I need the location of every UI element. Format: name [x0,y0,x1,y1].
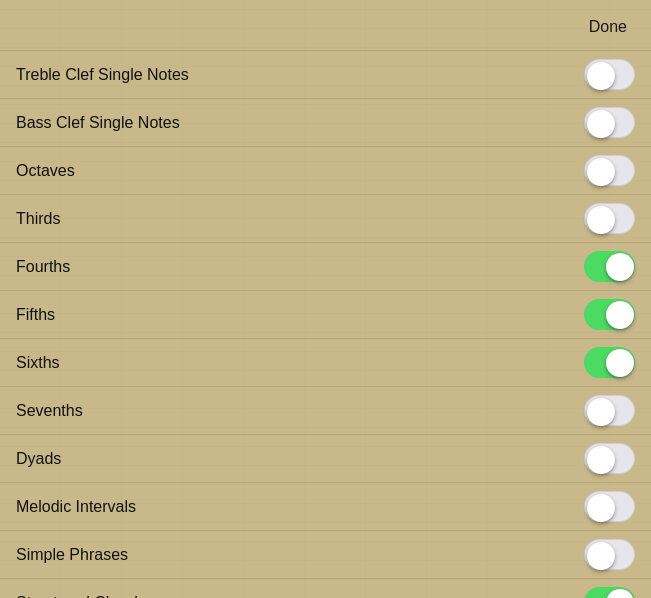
done-button-top[interactable]: Done [581,14,635,40]
row-melodic-intervals: Melodic Intervals [0,482,651,530]
row-dyads: Dyads [0,434,651,482]
label-simple-phrases: Simple Phrases [16,546,128,564]
toggle-fourths[interactable] [584,251,635,282]
row-sixths: Sixths [0,338,651,386]
label-fourths: Fourths [16,258,70,276]
row-thirds: Thirds [0,194,651,242]
toggle-fifths[interactable] [584,299,635,330]
row-sevenths: Sevenths [0,386,651,434]
toggle-thirds[interactable] [584,203,635,234]
label-bass-clef-single-notes: Bass Clef Single Notes [16,114,180,132]
row-simple-phrases: Simple Phrases [0,530,651,578]
label-sixths: Sixths [16,354,60,372]
row-octaves: Octaves [0,146,651,194]
toggle-treble-clef-single-notes[interactable] [584,59,635,90]
toggle-dyads[interactable] [584,443,635,474]
row-fourths: Fourths [0,242,651,290]
label-dyads: Dyads [16,450,61,468]
toggle-melodic-intervals[interactable] [584,491,635,522]
toggle-sixths[interactable] [584,347,635,378]
toggle-bass-clef-single-notes[interactable] [584,107,635,138]
label-thirds: Thirds [16,210,60,228]
main-container: Done Treble Clef Single NotesBass Clef S… [0,0,651,598]
label-melodic-intervals: Melodic Intervals [16,498,136,516]
toggle-simple-phrases[interactable] [584,539,635,570]
toggle-structured-chords[interactable] [584,587,635,598]
row-bass-clef-single-notes: Bass Clef Single Notes [0,98,651,146]
label-structured-chords: Structured Chords [16,594,146,599]
toggle-octaves[interactable] [584,155,635,186]
header: Done [0,0,651,50]
settings-list: Treble Clef Single NotesBass Clef Single… [0,50,651,598]
label-fifths: Fifths [16,306,55,324]
label-sevenths: Sevenths [16,402,83,420]
toggle-sevenths[interactable] [584,395,635,426]
row-treble-clef-single-notes: Treble Clef Single Notes [0,50,651,98]
row-fifths: Fifths [0,290,651,338]
label-treble-clef-single-notes: Treble Clef Single Notes [16,66,189,84]
row-structured-chords: Structured Chords [0,578,651,598]
label-octaves: Octaves [16,162,75,180]
